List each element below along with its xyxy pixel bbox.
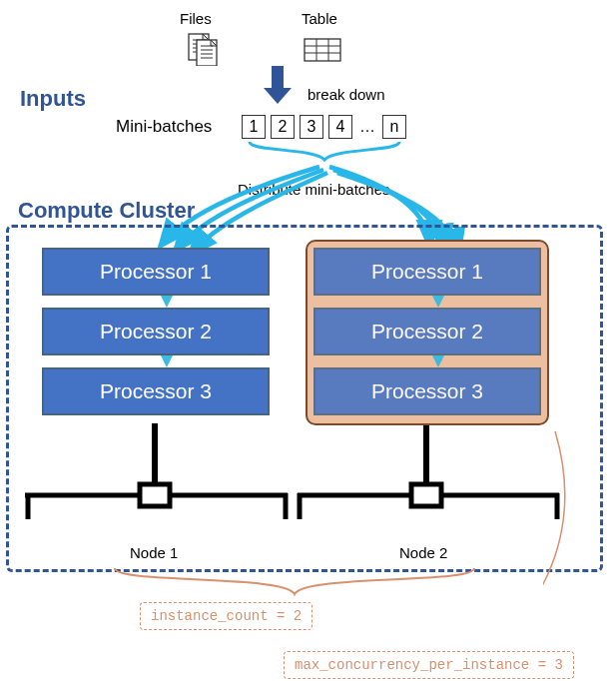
label-inputs: Inputs	[20, 86, 86, 112]
batch-row: 1 2 3 4 … n	[242, 115, 406, 139]
processor-box: Processor 3	[42, 367, 270, 415]
svg-rect-15	[272, 66, 284, 88]
svg-marker-17	[161, 296, 173, 308]
batch-box-last: n	[382, 115, 406, 139]
label-files: Files	[180, 10, 212, 27]
svg-rect-10	[305, 39, 340, 61]
arrow-down-icon	[42, 355, 292, 367]
label-minibatches: Mini-batches	[116, 117, 212, 137]
label-distribute: Distribute mini-batches	[238, 181, 390, 198]
batch-box: 3	[300, 115, 323, 139]
arrow-down-icon	[260, 64, 296, 110]
files-icon	[185, 32, 221, 70]
arrow-down-icon	[42, 296, 292, 308]
ellipsis: …	[357, 118, 377, 136]
arrow-down-icon	[313, 296, 563, 308]
svg-marker-16	[264, 88, 292, 104]
brace-icon	[245, 140, 404, 168]
processor-box: Processor 2	[42, 308, 270, 355]
param-max-concurrency: max_concurrency_per_instance = 3	[284, 651, 574, 679]
label-cluster: Compute Cluster	[18, 198, 195, 224]
arrow-down-icon	[313, 355, 563, 367]
processor-box: Processor 1	[42, 248, 270, 296]
batch-box: 2	[271, 115, 295, 139]
svg-marker-19	[432, 296, 444, 308]
processor-box: Processor 3	[313, 367, 541, 415]
batch-box: 1	[242, 115, 266, 139]
param-instance-count: instance_count = 2	[140, 602, 312, 630]
processor-box: Processor 2	[313, 308, 541, 355]
svg-marker-20	[432, 355, 444, 367]
batch-box: 4	[328, 115, 352, 139]
processor-box: Processor 1	[313, 248, 541, 296]
label-breakdown: break down	[308, 86, 385, 103]
node1: Processor 1 Processor 2 Processor 3	[42, 248, 292, 415]
node2: Processor 1 Processor 2 Processor 3	[313, 248, 563, 415]
arrow-concurrency	[543, 429, 583, 659]
label-table: Table	[302, 10, 337, 27]
svg-marker-18	[161, 355, 173, 367]
table-icon	[304, 38, 341, 66]
